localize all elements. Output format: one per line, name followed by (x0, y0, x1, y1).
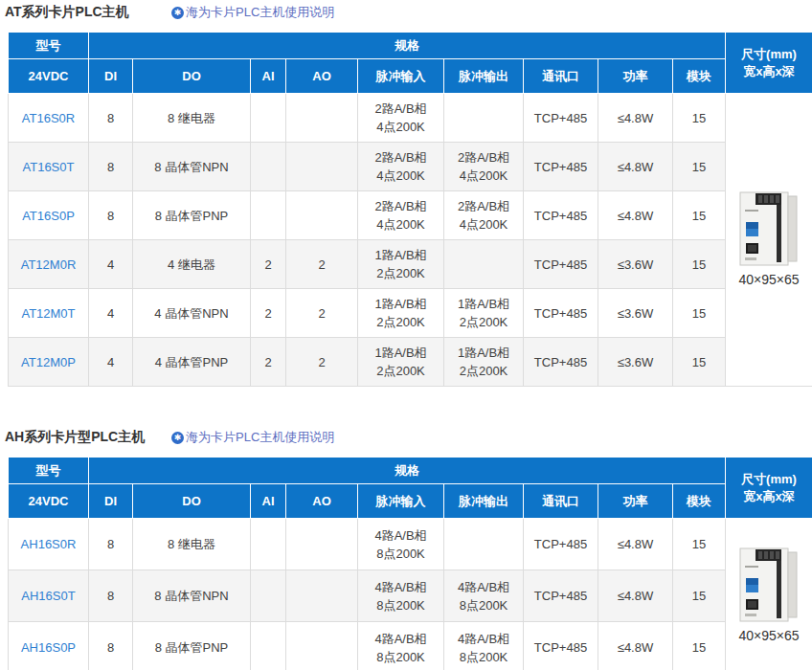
comm-port-cell: TCP+485 (524, 240, 598, 289)
di-cell: 8 (89, 519, 133, 570)
gear-badge-icon: ✱ (171, 7, 184, 19)
power-cell: ≤4.8W (598, 519, 673, 570)
module-cell: 15 (673, 338, 726, 387)
module-cell: 15 (673, 143, 726, 191)
model-link[interactable]: AH16S0P (21, 640, 76, 655)
power-cell: ≤4.8W (598, 191, 673, 240)
module-cell: 15 (673, 240, 726, 289)
pulse-input-cell: 2路A/B相4点200K (358, 143, 444, 191)
module-cell: 15 (673, 570, 726, 622)
do-cell: 8 晶体管PNP (133, 191, 251, 240)
model-link[interactable]: AH16S0T (21, 589, 75, 603)
col-header-comm-port: 通讯口 (524, 484, 598, 519)
pulse-input-cell: 4路A/B相8点200K (358, 622, 444, 670)
spec-row: AT16S0R88 继电器2路A/B相4点200KTCP+485≤4.8W15 … (9, 94, 812, 143)
model-link[interactable]: AT12M0P (21, 355, 76, 369)
spec-header: 规格 (89, 33, 726, 59)
ao-cell: 2 (286, 240, 358, 289)
model-link[interactable]: AT16S0P (22, 209, 75, 223)
col-header-pulse-input: 脉冲输入 (358, 59, 444, 94)
comm-port-cell: TCP+485 (524, 289, 598, 338)
col-header-di: DI (89, 59, 133, 94)
col-header-ao: AO (286, 484, 358, 519)
module-cell: 15 (673, 191, 726, 240)
section-ah-series: AH系列卡片型PLC主机 ✱海为卡片PLC主机使用说明 型号 规格 尺寸(mm)… (0, 429, 812, 670)
col-header-do: DO (133, 59, 251, 94)
size-header-line1: 尺寸(mm) (726, 471, 812, 488)
plc-spec-page: AT系列卡片PLC主机 ✱海为卡片PLC主机使用说明 型号 规格 尺寸(mm) … (0, 0, 812, 670)
usage-doc-link[interactable]: ✱海为卡片PLC主机使用说明 (171, 429, 334, 446)
spec-row: AT16S0P88 晶体管PNP2路A/B相4点200K2路A/B相4点200K… (9, 191, 812, 240)
spec-row: AH16S0T88 晶体管NPN4路A/B相8点200K4路A/B相8点200K… (9, 570, 812, 622)
comm-port-cell: TCP+485 (524, 143, 598, 191)
pulse-input-cell: 4路A/B相8点200K (358, 519, 444, 570)
di-cell: 8 (89, 94, 133, 143)
col-header-do: DO (133, 484, 251, 519)
section-at-series: AT系列卡片PLC主机 ✱海为卡片PLC主机使用说明 型号 规格 尺寸(mm) … (0, 4, 812, 387)
ao-cell (286, 191, 358, 240)
power-cell: ≤3.6W (598, 240, 673, 289)
col-header-power: 功率 (598, 484, 673, 519)
section-header: AT系列卡片PLC主机 ✱海为卡片PLC主机使用说明 (5, 4, 812, 21)
ai-cell (251, 622, 286, 670)
size-header-line2: 宽x高x深 (726, 488, 812, 505)
usage-doc-link-label: 海为卡片PLC主机使用说明 (186, 429, 334, 446)
pulse-output-cell: 1路A/B相2点200K (444, 338, 524, 387)
ai-cell (251, 519, 286, 570)
ai-cell (251, 191, 286, 240)
ao-cell (286, 622, 358, 670)
size-header-line2: 宽x高x深 (726, 63, 812, 80)
pulse-input-cell: 2路A/B相4点200K (358, 191, 444, 240)
pulse-input-cell: 2路A/B相4点200K (358, 94, 444, 143)
model-cell: AT16S0P (9, 191, 89, 240)
power-cell: ≤4.8W (598, 570, 673, 622)
col-header-comm-port: 通讯口 (524, 59, 598, 94)
module-cell: 15 (673, 94, 726, 143)
power-cell: ≤3.6W (598, 338, 673, 387)
spec-header: 规格 (89, 458, 726, 484)
size-cell: 40×95×65 (726, 519, 812, 670)
ao-cell (286, 94, 358, 143)
di-cell: 8 (89, 570, 133, 622)
ai-cell: 2 (251, 338, 286, 387)
col-header-ai: AI (251, 484, 286, 519)
usage-doc-link[interactable]: ✱海为卡片PLC主机使用说明 (171, 4, 334, 21)
gear-badge-icon: ✱ (171, 432, 184, 444)
model-link[interactable]: AT16S0R (22, 111, 75, 125)
comm-port-cell: TCP+485 (524, 622, 598, 670)
do-cell: 4 继电器 (133, 240, 251, 289)
model-link[interactable]: AT12M0T (21, 306, 75, 321)
ai-cell (251, 143, 286, 191)
size-header: 尺寸(mm) 宽x高x深 (726, 458, 812, 519)
comm-port-cell: TCP+485 (524, 191, 598, 240)
di-cell: 8 (89, 622, 133, 670)
do-cell: 8 继电器 (133, 519, 251, 570)
section-title: AH系列卡片型PLC主机 (5, 429, 158, 446)
size-header: 尺寸(mm) 宽x高x深 (726, 33, 812, 94)
spec-row: AT16S0T88 晶体管NPN2路A/B相4点200K2路A/B相4点200K… (9, 143, 812, 191)
ai-cell (251, 94, 286, 143)
spec-row: AH16S0R88 继电器4路A/B相8点200KTCP+485≤4.8W15 … (9, 519, 812, 570)
comm-port-cell: TCP+485 (524, 94, 598, 143)
col-header-24vdc: 24VDC (9, 59, 89, 94)
power-cell: ≤3.6W (598, 289, 673, 338)
comm-port-cell: TCP+485 (524, 570, 598, 622)
col-header-power: 功率 (598, 59, 673, 94)
at-spec-table: 型号 规格 尺寸(mm) 宽x高x深 24VDC DI DO AI AO 脉冲输… (8, 32, 812, 387)
spec-row: AH16S0P88 晶体管PNP4路A/B相8点200K4路A/B相8点200K… (9, 622, 812, 670)
spec-row: AT12M0T44 晶体管NPN221路A/B相2点200K1路A/B相2点20… (9, 289, 812, 338)
model-link[interactable]: AT12M0R (21, 257, 77, 272)
model-link[interactable]: AT16S0T (23, 160, 75, 174)
model-header: 型号 (9, 458, 89, 484)
col-header-pulse-input: 脉冲输入 (358, 484, 444, 519)
comm-port-cell: TCP+485 (524, 338, 598, 387)
di-cell: 4 (89, 289, 133, 338)
usage-doc-link-label: 海为卡片PLC主机使用说明 (186, 4, 334, 21)
col-header-ao: AO (286, 59, 358, 94)
ao-cell (286, 143, 358, 191)
pulse-output-cell (444, 519, 524, 570)
model-cell: AT16S0T (9, 143, 89, 191)
dimension-text: 40×95×65 (738, 627, 799, 645)
di-cell: 4 (89, 240, 133, 289)
model-link[interactable]: AH16S0R (21, 537, 77, 551)
